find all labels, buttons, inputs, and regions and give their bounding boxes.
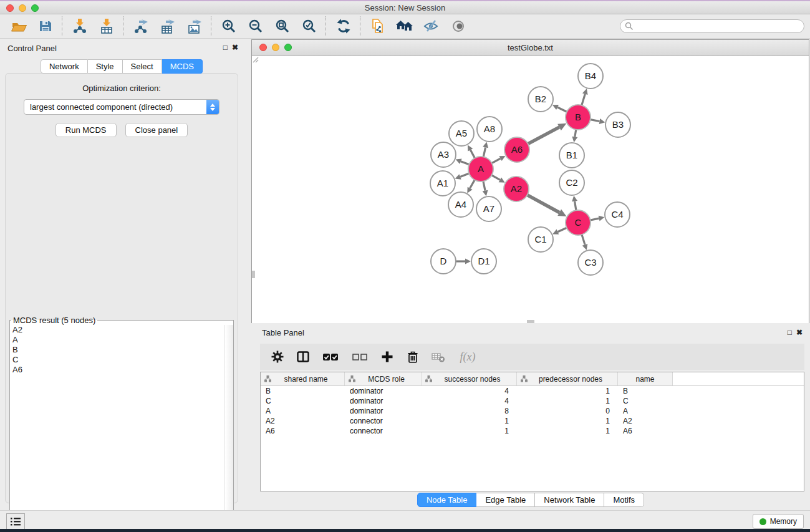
zoom-in-button[interactable] (215, 15, 242, 37)
graph-node[interactable]: B4 (578, 64, 603, 89)
table-cell[interactable]: 1 (517, 396, 618, 406)
save-session-button[interactable] (32, 15, 59, 37)
tab-network[interactable]: Network (41, 59, 88, 74)
graph-edge[interactable] (491, 175, 504, 183)
resize-grip[interactable] (252, 56, 259, 63)
table-cell[interactable]: dominator (345, 386, 422, 396)
graph-edge[interactable] (455, 173, 470, 180)
zoom-selected-button[interactable] (296, 15, 322, 37)
graph-node[interactable]: A5 (449, 121, 474, 146)
list-item[interactable]: C (10, 355, 233, 365)
table-row[interactable]: Adominator80A (261, 406, 804, 416)
graph-edge[interactable] (572, 196, 577, 210)
close-table-panel-icon[interactable]: ✖ (796, 328, 803, 337)
graph-node[interactable]: B3 (605, 112, 630, 137)
table-cell[interactable]: A (261, 406, 345, 416)
table-row[interactable]: Bdominator41B (261, 386, 804, 396)
refresh-button[interactable] (330, 15, 357, 37)
graph-node[interactable]: C1 (528, 227, 553, 252)
table-cell[interactable]: B (261, 386, 345, 396)
table-cell[interactable]: A2 (618, 416, 673, 426)
graph-node[interactable]: A8 (477, 117, 502, 142)
show-graphics-details-button[interactable] (445, 15, 471, 37)
column-view-button[interactable] (296, 349, 311, 364)
table-cell[interactable]: A2 (261, 416, 345, 426)
vertical-scroll-thumb[interactable] (252, 271, 255, 278)
tab-edge-table[interactable]: Edge Table (476, 493, 535, 507)
table-cell[interactable]: 8 (422, 406, 517, 416)
close-panel-icon[interactable]: ✖ (232, 43, 238, 52)
table-cell[interactable]: connector (345, 426, 422, 436)
import-table-button[interactable] (93, 15, 120, 37)
export-network-button[interactable] (127, 15, 154, 37)
graph-node[interactable]: A3 (431, 142, 456, 167)
graph-edge[interactable] (456, 259, 471, 264)
table-cell[interactable]: dominator (345, 396, 422, 406)
table-settings-button[interactable] (270, 349, 285, 364)
graph-edge[interactable] (528, 195, 567, 216)
table-cell[interactable]: 4 (422, 386, 517, 396)
graph-node[interactable]: A6 (504, 137, 529, 162)
graph-edge[interactable] (572, 130, 577, 143)
table-cell[interactable]: connector (345, 416, 422, 426)
graph-node[interactable]: C2 (559, 170, 584, 195)
table-cell[interactable]: A (618, 406, 673, 416)
graph-edge[interactable] (528, 123, 567, 144)
graph-node[interactable]: D1 (471, 249, 496, 274)
close-panel-button[interactable]: Close panel (125, 123, 188, 137)
column-header-shared-name[interactable]: shared name (261, 372, 345, 385)
table-cell[interactable]: 0 (517, 406, 618, 416)
tab-style[interactable]: Style (88, 59, 123, 74)
graph-edge[interactable] (552, 105, 567, 112)
table-row[interactable]: A6connector11A6 (261, 426, 804, 436)
graph-edge[interactable] (456, 159, 470, 165)
graph-node[interactable]: A7 (476, 196, 501, 221)
run-mcds-button[interactable]: Run MCDS (55, 123, 117, 137)
table-cell[interactable]: 4 (422, 396, 517, 406)
tab-motifs[interactable]: Motifs (604, 493, 644, 507)
clone-network-button[interactable] (364, 15, 391, 37)
export-table-button[interactable] (154, 15, 181, 37)
column-header-name[interactable]: name (618, 372, 673, 385)
list-item[interactable]: A (10, 335, 233, 345)
graph-node[interactable]: A1 (430, 171, 455, 196)
delete-table-button[interactable] (431, 349, 446, 364)
graph-edge[interactable] (492, 156, 506, 163)
column-header-predecessor-nodes[interactable]: predecessor nodes (517, 372, 618, 385)
graph-node[interactable]: A (468, 157, 493, 181)
list-item[interactable]: A2 (10, 325, 233, 335)
graph-edge[interactable] (582, 235, 587, 250)
add-column-button[interactable] (380, 349, 395, 364)
tab-mcds[interactable]: MCDS (162, 59, 203, 74)
open-file-button[interactable] (5, 15, 32, 37)
zoom-out-button[interactable] (242, 15, 269, 37)
graph-edge[interactable] (467, 180, 475, 193)
select-all-button[interactable] (321, 349, 340, 364)
import-network-button[interactable] (66, 15, 93, 37)
zoom-fit-button[interactable] (269, 15, 296, 37)
table-cell[interactable]: 1 (517, 426, 618, 436)
graph-node[interactable]: A2 (504, 177, 529, 201)
graph-node[interactable]: A4 (448, 192, 473, 217)
home-layout-button[interactable] (391, 15, 418, 37)
table-cell[interactable]: C (618, 396, 673, 406)
network-canvas[interactable]: AA1A2A3A4A5A6A7A8BB1B2B3B4CC1C2C3C4DD1 (252, 56, 809, 323)
graph-node[interactable]: B (566, 105, 591, 130)
graph-node[interactable]: B1 (559, 143, 584, 168)
table-cell[interactable]: A6 (618, 426, 673, 436)
criterion-dropdown[interactable]: largest connected component (directed) (24, 99, 219, 115)
column-header-successor-nodes[interactable]: successor nodes (422, 372, 517, 385)
table-cell[interactable]: C (261, 396, 345, 406)
table-cell[interactable]: dominator (345, 406, 422, 416)
search-input[interactable] (620, 19, 804, 33)
hide-graphics-details-button[interactable] (418, 15, 445, 37)
graph-edge[interactable] (483, 142, 488, 157)
graph-edge[interactable] (591, 216, 605, 221)
table-row[interactable]: A2connector11A2 (261, 416, 804, 426)
export-image-button[interactable] (181, 15, 208, 37)
memory-button[interactable]: Memory (753, 514, 804, 529)
graph-node[interactable]: C4 (605, 202, 630, 227)
tab-node-table[interactable]: Node Table (417, 493, 477, 507)
horizontal-scroll-thumb[interactable] (527, 320, 534, 323)
graph-edge[interactable] (552, 228, 567, 235)
